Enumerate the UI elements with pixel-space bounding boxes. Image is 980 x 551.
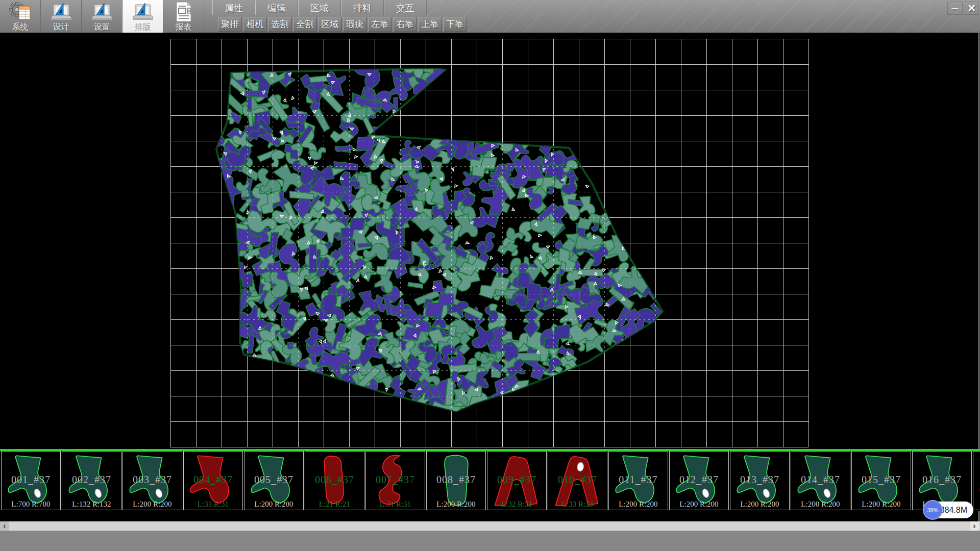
piece-thumbnail-strip: 001_#37L:700 R:700002_#37L:132 R:132003_… <box>0 451 980 511</box>
piece-lr-label: L:200 R:200 <box>791 500 850 509</box>
piece-id-label: 012_#37 <box>670 474 728 486</box>
status-bar <box>0 531 980 551</box>
piece-thumbnail-010_#37[interactable]: 010_#37L:33 R:33 <box>548 451 607 510</box>
piece-id-label: 015_#37 <box>852 474 911 486</box>
settings-ruler-icon <box>90 1 114 22</box>
piece-id-label: 010_#37 <box>548 474 607 486</box>
toolbar-button-label: 设置 <box>94 22 110 32</box>
piece-thumbnail-002_#37[interactable]: 002_#37L:132 R:132 <box>62 451 121 510</box>
action-button-bar: 聚排相机选割全割区域瑕疵左靠右靠上靠下靠 <box>218 17 468 32</box>
app-window: { "window": { "minimize_glyph": "─", "cl… <box>0 0 980 551</box>
piece-id-label: 007_#37 <box>366 474 425 486</box>
toolbar-button-设置[interactable]: 设置 <box>82 0 122 33</box>
nesting-canvas[interactable] <box>0 33 980 449</box>
toolbar-button-label: 系统 <box>12 22 29 32</box>
toolbar-buttons: 系统设计设置排版报表 <box>0 0 204 33</box>
piece-lr-label: L:32 R:31 <box>487 500 546 509</box>
piece-thumbnail-008_#37[interactable]: 008_#37L:200 R:200 <box>426 451 486 510</box>
nesting-ruler-icon <box>131 1 155 22</box>
toolbar-button-label: 排版 <box>135 22 151 32</box>
piece-id-label: 013_#37 <box>730 474 789 486</box>
piece-lr-label: L:200 R:200 <box>123 500 182 509</box>
piece-lr-label: L:33 R:33 <box>548 500 607 509</box>
menu-tab-交互[interactable]: 交互 <box>384 1 427 15</box>
piece-id-label: 016_#37 <box>913 474 971 486</box>
piece-id-label: 001_#37 <box>2 474 60 486</box>
piece-thumbnail-005_#37[interactable]: 005_#37L:200 R:200 <box>244 451 304 510</box>
piece-id-label: 003_#37 <box>123 474 182 486</box>
menu-tab-属性[interactable]: 属性 <box>212 1 255 15</box>
piece-id-label: 017_#37 <box>973 474 980 486</box>
piece-lr-label: L:200 R:200 <box>244 500 303 509</box>
piece-id-label: 009_#37 <box>487 474 546 486</box>
piece-thumbnail-017_#37[interactable]: 017_#37L:200 R:200 <box>973 451 980 510</box>
top-toolbar: 系统设计设置排版报表 属性编辑区域排料交互 聚排相机选割全割区域瑕疵左靠右靠上靠… <box>0 0 980 33</box>
piece-lr-label: L:31 R:31 <box>184 500 242 509</box>
action-button-选割[interactable]: 选割 <box>268 17 292 32</box>
piece-thumbnail-013_#37[interactable]: 013_#37L:200 R:200 <box>730 451 790 510</box>
piece-thumbnail-012_#37[interactable]: 012_#37L:200 R:200 <box>669 451 729 510</box>
piece-thumbnail-014_#37[interactable]: 014_#37L:200 R:200 <box>791 451 850 510</box>
toolbar-button-label: 报表 <box>176 22 192 32</box>
toolbar-button-排版[interactable]: 排版 <box>122 0 163 33</box>
piece-thumbnail-009_#37[interactable]: 009_#37L:32 R:31 <box>487 451 547 510</box>
toolbar-button-设计[interactable]: 设计 <box>41 0 82 33</box>
action-button-右靠[interactable]: 右靠 <box>393 17 417 32</box>
piece-id-label: 006_#37 <box>305 474 364 486</box>
action-button-瑕疵[interactable]: 瑕疵 <box>343 17 367 32</box>
piece-lr-label: L:200 R:200 <box>852 500 911 509</box>
action-button-聚排[interactable]: 聚排 <box>218 17 242 32</box>
piece-thumbnail-007_#37[interactable]: 007_#37L:31 R:31 <box>365 451 425 510</box>
scroll-right-icon[interactable]: › <box>970 521 979 531</box>
piece-id-label: 011_#37 <box>609 474 668 486</box>
piece-lr-label: L:200 R:200 <box>730 500 789 509</box>
piece-thumbnail-011_#37[interactable]: 011_#37L:200 R:200 <box>608 451 668 510</box>
toolbar-button-报表[interactable]: 报表 <box>163 0 204 33</box>
piece-lr-label: L:200 R:200 <box>973 500 980 509</box>
horizontal-scrollbar[interactable]: ‹ › <box>0 521 980 531</box>
piece-lr-label: L:700 R:700 <box>2 500 60 509</box>
menu-tab-编辑[interactable]: 编辑 <box>255 1 298 15</box>
action-button-上靠[interactable]: 上靠 <box>418 17 442 32</box>
system-gear-icon <box>9 1 32 22</box>
piece-id-label: 002_#37 <box>62 474 121 486</box>
menu-tab-区域[interactable]: 区域 <box>298 1 341 15</box>
action-button-左靠[interactable]: 左靠 <box>368 17 392 32</box>
piece-lr-label: L:200 R:200 <box>670 500 728 509</box>
piece-id-label: 005_#37 <box>244 474 303 486</box>
action-button-全割[interactable]: 全割 <box>293 17 317 32</box>
nesting-canvas-svg <box>0 33 980 449</box>
piece-id-label: 004_#37 <box>184 474 242 486</box>
report-document-icon <box>174 1 194 22</box>
action-button-下靠[interactable]: 下靠 <box>443 17 467 32</box>
toolbar-button-label: 设计 <box>53 22 69 32</box>
piece-lr-label: L:200 R:200 <box>609 500 668 509</box>
design-ruler-icon <box>50 1 73 22</box>
menu-tab-bar: 属性编辑区域排料交互 <box>212 1 427 16</box>
minimize-button[interactable]: ─ <box>947 2 963 15</box>
piece-thumbnail-003_#37[interactable]: 003_#37L:200 R:200 <box>122 451 182 510</box>
piece-lr-label: L:21 R:21 <box>305 500 364 509</box>
piece-thumbnail-015_#37[interactable]: 015_#37L:200 R:200 <box>851 451 911 510</box>
action-button-区域[interactable]: 区域 <box>318 17 342 32</box>
piece-lr-label: L:31 R:31 <box>366 500 425 509</box>
toolbar-button-系统[interactable]: 系统 <box>0 0 41 33</box>
piece-thumbnail-001_#37[interactable]: 001_#37L:700 R:700 <box>1 451 61 510</box>
piece-id-label: 014_#37 <box>791 474 850 486</box>
action-button-相机[interactable]: 相机 <box>243 17 267 32</box>
piece-id-label: 008_#37 <box>427 474 485 486</box>
scroll-left-icon[interactable]: ‹ <box>0 521 9 531</box>
piece-lr-label: L:132 R:132 <box>62 500 121 509</box>
progress-badge: 38% <box>923 500 943 520</box>
piece-thumbnail-004_#37[interactable]: 004_#37L:31 R:31 <box>183 451 243 510</box>
menu-tab-排料[interactable]: 排料 <box>341 1 384 15</box>
piece-lr-label: L:200 R:200 <box>427 500 485 509</box>
close-button[interactable]: ✕ <box>965 2 979 15</box>
piece-thumbnail-006_#37[interactable]: 006_#37L:21 R:21 <box>305 451 364 510</box>
